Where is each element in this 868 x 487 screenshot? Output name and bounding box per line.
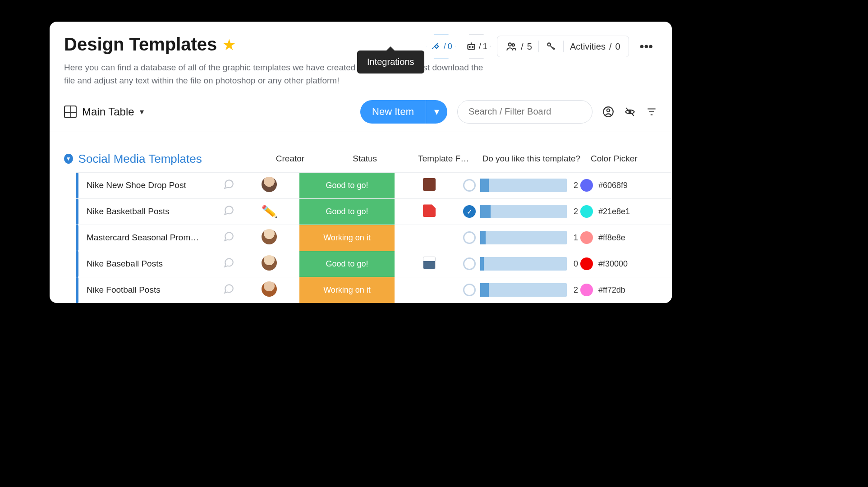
file-cell[interactable] (395, 204, 463, 219)
board-toolbar: Main Table ▾ New Item ▾ (50, 87, 672, 132)
vote-bar (480, 179, 567, 192)
col-vote[interactable]: Do you like this template? (479, 154, 584, 164)
eye-off-icon[interactable] (624, 106, 636, 118)
color-cell[interactable]: #f30000 (580, 257, 657, 270)
members-activities-box[interactable]: / 5 Activities / 0 (497, 36, 629, 57)
top-actions: / 0 / 1 / 5 Activities / 0 (427, 34, 657, 59)
vote-toggle[interactable] (463, 231, 476, 244)
row-accent (76, 225, 78, 251)
table-row[interactable]: Nike Basketball Posts✏️Good to go!✓2#21e… (76, 198, 672, 225)
color-hex: #6068f9 (598, 181, 628, 190)
activities-sep: / (609, 41, 612, 52)
col-creator[interactable]: Creator (264, 154, 317, 164)
col-file[interactable]: Template F… (413, 154, 474, 164)
svg-point-7 (607, 109, 610, 112)
collapse-toggle[interactable]: ▼ (64, 154, 73, 164)
status-cell[interactable]: Good to go! (299, 199, 395, 225)
color-swatch (580, 231, 593, 244)
comment-icon[interactable] (217, 178, 240, 193)
status-cell[interactable]: Good to go! (299, 173, 395, 198)
vote-count: 2 (571, 181, 580, 190)
vote-cell[interactable]: 0 (463, 257, 580, 271)
vote-cell[interactable]: ✓2 (463, 205, 580, 218)
star-icon[interactable]: ★ (222, 36, 236, 54)
color-hex: #ff72db (598, 285, 625, 295)
more-icon[interactable]: ••• (635, 37, 657, 56)
item-name[interactable]: Mastercard Seasonal Prom… (87, 233, 217, 243)
integrations-sep: / (444, 42, 446, 51)
row-accent (76, 173, 78, 198)
permissions-icon (545, 41, 557, 52)
vote-toggle[interactable] (463, 179, 476, 192)
item-name[interactable]: Nike Basketball Posts (87, 207, 217, 216)
filter-icon[interactable] (646, 106, 657, 118)
group-name[interactable]: Social Media Templates (78, 152, 259, 166)
board-title: Design Templates (64, 34, 217, 55)
status-cell[interactable]: Working on it (299, 225, 395, 251)
comment-icon[interactable] (217, 283, 240, 298)
view-switch[interactable]: Main Table ▾ (64, 106, 144, 118)
comment-icon[interactable] (217, 230, 240, 245)
color-cell[interactable]: #21e8e1 (580, 205, 657, 218)
integrations-button[interactable]: / 0 (427, 34, 455, 59)
table-row[interactable]: Nike New Shoe Drop PostGood to go!2#6068… (76, 172, 672, 198)
automations-count: 1 (483, 42, 487, 51)
vote-cell[interactable]: 2 (463, 283, 580, 297)
vote-toggle[interactable]: ✓ (463, 205, 476, 218)
creator-cell[interactable] (240, 229, 299, 246)
item-name[interactable]: Nike New Shoe Drop Post (87, 180, 217, 190)
new-item-dropdown[interactable]: ▾ (426, 100, 447, 124)
color-swatch (580, 284, 593, 296)
table-row[interactable]: Nike Football PostsWorking on it2#ff72db (76, 277, 672, 303)
creator-cell[interactable] (240, 281, 299, 299)
vote-toggle[interactable] (463, 257, 476, 270)
file-cell[interactable] (395, 257, 463, 271)
activities-count: 0 (615, 41, 620, 52)
file-cell[interactable] (395, 178, 463, 193)
status-cell[interactable]: Good to go! (299, 251, 395, 277)
col-color[interactable]: Color Picker (589, 154, 657, 164)
vote-count: 0 (571, 259, 580, 269)
comment-icon[interactable] (217, 204, 240, 219)
color-cell[interactable]: #ff8e8e (580, 231, 657, 244)
avatar (262, 281, 277, 297)
color-swatch (580, 205, 593, 218)
automations-sep: / (479, 42, 481, 51)
svg-point-2 (472, 46, 473, 47)
members-count: 5 (527, 41, 532, 52)
svg-point-3 (509, 43, 512, 46)
vote-count: 2 (571, 285, 580, 295)
file-thumb (423, 257, 436, 269)
creator-cell[interactable] (240, 177, 299, 194)
vote-bar (480, 205, 567, 218)
svg-point-4 (512, 44, 514, 46)
color-swatch (580, 179, 593, 192)
stat-divider (538, 41, 539, 52)
col-status[interactable]: Status (321, 154, 408, 164)
new-item-button[interactable]: New Item ▾ (360, 100, 447, 124)
svg-point-5 (547, 43, 551, 46)
automations-button[interactable]: / 1 (462, 34, 491, 59)
item-name[interactable]: Nike Football Posts (87, 285, 217, 295)
color-cell[interactable]: #6068f9 (580, 179, 657, 192)
vote-bar (480, 257, 567, 271)
members-icon (505, 41, 517, 52)
color-cell[interactable]: #ff72db (580, 284, 657, 296)
plug-icon (430, 41, 442, 52)
table-row[interactable]: Nike Baseball PostsGood to go!0#f30000 (76, 251, 672, 277)
vote-bar (480, 231, 567, 244)
creator-cell[interactable]: ✏️ (240, 204, 299, 219)
person-icon[interactable] (602, 106, 614, 118)
creator-cell[interactable] (240, 255, 299, 272)
vote-toggle[interactable] (463, 284, 476, 296)
members-sep: / (521, 41, 524, 52)
file-thumb (423, 178, 436, 191)
item-name[interactable]: Nike Baseball Posts (87, 259, 217, 269)
comment-icon[interactable] (217, 257, 240, 271)
status-cell[interactable]: Working on it (299, 277, 395, 303)
board-description: Here you can find a database of all of t… (64, 61, 492, 87)
table-row[interactable]: Mastercard Seasonal Prom…Working on it1#… (76, 225, 672, 251)
search-input[interactable] (457, 100, 592, 124)
vote-cell[interactable]: 1 (463, 231, 580, 244)
vote-cell[interactable]: 2 (463, 179, 580, 192)
